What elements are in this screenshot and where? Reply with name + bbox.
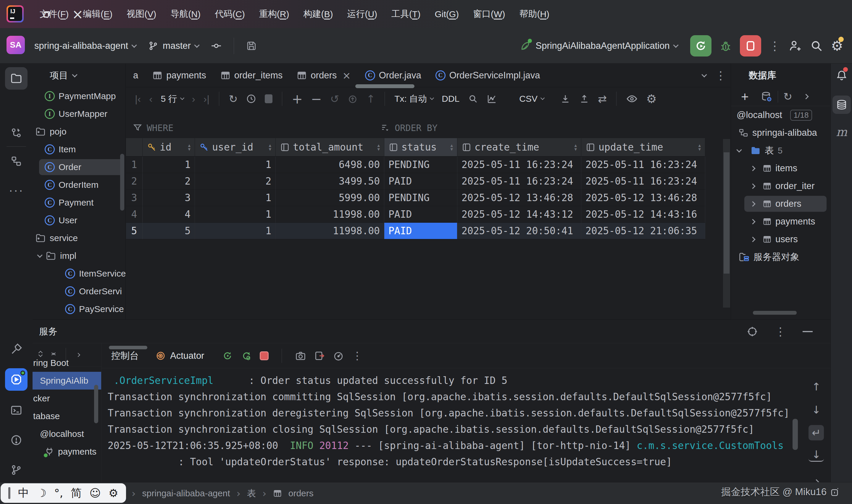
chevron-right-icon[interactable]: [750, 201, 755, 206]
debug-button[interactable]: [719, 39, 732, 52]
cell-total_amount[interactable]: 11998.00: [276, 223, 384, 239]
delete-row-button[interactable]: −: [311, 91, 322, 107]
row-number[interactable]: 2: [126, 173, 143, 190]
cell-total_amount[interactable]: 6498.00: [276, 157, 384, 173]
endpoints-gauge-button[interactable]: [333, 350, 344, 361]
user-avatar[interactable]: SA: [6, 36, 25, 54]
menu-item-U[interactable]: 运行(U): [340, 0, 384, 28]
chevron-right-icon[interactable]: [750, 237, 755, 242]
next-page-button[interactable]: ›: [192, 93, 195, 105]
ddl-button[interactable]: DDL: [442, 94, 459, 104]
submit-button[interactable]: [347, 93, 358, 104]
sort-arrows-icon[interactable]: ▴▾: [574, 143, 577, 151]
pause-query-button[interactable]: [265, 94, 272, 103]
service-item-ring Boot[interactable]: ring Boot: [33, 354, 101, 372]
grid-settings-gear-button[interactable]: ⚙: [646, 92, 657, 106]
rerun-debug-button[interactable]: [241, 350, 252, 361]
db-host-row[interactable]: @localhost 1/18: [731, 106, 830, 124]
project-scrollbar-thumb[interactable]: [120, 154, 124, 211]
cell-id[interactable]: 5: [143, 223, 195, 239]
notifications-bell-button[interactable]: [833, 66, 851, 84]
more-actions-kebab[interactable]: ⋮: [769, 39, 781, 53]
chevron-down-icon[interactable]: [37, 252, 42, 258]
column-header-user_id[interactable]: user_id▴▾: [195, 138, 276, 157]
project-tree-item-PayService[interactable]: CPayService: [33, 300, 125, 318]
service-item-tabase[interactable]: tabase: [33, 407, 101, 425]
breadcrumb-springai-alibaba-agent[interactable]: springai-alibaba-agent: [142, 488, 230, 498]
run-configuration-selector[interactable]: SpringAiAlibabaAgentApplication: [515, 36, 682, 56]
tab-a[interactable]: a: [126, 64, 145, 87]
compare-button[interactable]: ⇄: [598, 93, 607, 105]
ime-item-4[interactable]: ☺: [89, 487, 101, 500]
order-by-clause-field[interactable]: ORDER BY: [395, 123, 437, 133]
menu-item-W[interactable]: 窗口(W): [466, 0, 512, 28]
service-item-cker[interactable]: cker: [33, 390, 101, 407]
rerun-button[interactable]: [690, 35, 711, 56]
cell-update_time[interactable]: 2025-05-12 13:46:28: [581, 190, 705, 206]
cell-update_time[interactable]: 2025-05-12 14:43:16: [581, 206, 705, 223]
ime-toolbar[interactable]: 中☽°,简☺⚙: [1, 483, 126, 503]
where-clause-field[interactable]: WHERE: [147, 123, 174, 133]
cell-create_time[interactable]: 2025-05-12 13:46:28: [457, 190, 581, 206]
menu-item-F[interactable]: 文件(F): [33, 0, 76, 28]
branch-selector[interactable]: master: [143, 36, 203, 56]
revert-changes-button[interactable]: ↺: [330, 93, 339, 105]
settings-gear-icon[interactable]: ⚙: [831, 38, 843, 54]
db-table-items[interactable]: items: [731, 159, 830, 177]
database-tool-button[interactable]: [833, 95, 851, 114]
cell-user_id[interactable]: 2: [195, 173, 276, 190]
crosshair-icon[interactable]: [746, 326, 758, 338]
cell-total_amount[interactable]: 3499.50: [276, 173, 384, 190]
transaction-mode-selector[interactable]: Tx: 自动: [394, 93, 433, 105]
service-item-@localhost[interactable]: @localhost: [33, 425, 101, 443]
commit-push-button[interactable]: ↑: [366, 93, 375, 105]
scroll-to-end-icon[interactable]: ↓: [809, 448, 824, 462]
cell-total_amount[interactable]: 5999.00: [276, 190, 384, 206]
breadcrumb-orders[interactable]: orders: [288, 488, 313, 498]
view-options-eye-button[interactable]: [626, 93, 638, 105]
project-tree-item-OrderItem[interactable]: COrderItem: [33, 176, 125, 194]
cell-id[interactable]: 2: [143, 173, 195, 190]
ime-item-5[interactable]: ⚙: [109, 487, 118, 500]
query-history-button[interactable]: [246, 93, 256, 104]
column-header-update_time[interactable]: update_time▴▾: [581, 138, 705, 157]
tab-actuator[interactable]: Actuator: [155, 350, 204, 361]
tab-options-kebab[interactable]: ⋮: [715, 69, 726, 82]
version-control-tool-button[interactable]: [5, 459, 28, 481]
last-page-button[interactable]: ›|: [203, 93, 210, 105]
cell-id[interactable]: 3: [143, 190, 195, 206]
pull-requests-tool-button[interactable]: [5, 122, 28, 144]
first-page-button[interactable]: |‹: [135, 93, 141, 105]
stop-button[interactable]: [740, 35, 761, 56]
chevron-right-icon[interactable]: [750, 183, 755, 189]
cell-update_time[interactable]: 2025-05-11 16:23:24: [581, 173, 705, 190]
page-size-selector[interactable]: 5 行: [161, 93, 183, 105]
build-tool-button[interactable]: [5, 338, 28, 361]
sort-arrows-icon[interactable]: ▴▾: [450, 143, 453, 151]
project-tree-item-Order[interactable]: COrder: [33, 158, 125, 176]
cell-create_time[interactable]: 2025-05-12 20:50:41: [457, 223, 581, 239]
problems-tool-button[interactable]: [5, 429, 28, 451]
maven-tool-button[interactable]: m: [833, 123, 851, 141]
cell-user_id[interactable]: 1: [195, 157, 276, 173]
cell-status[interactable]: PENDING: [384, 157, 457, 173]
stop-console-button[interactable]: [260, 352, 269, 360]
import-upload-button[interactable]: [579, 93, 590, 104]
row-number[interactable]: 4: [126, 206, 143, 223]
tab-console[interactable]: 控制台: [111, 349, 139, 362]
services-tool-button[interactable]: [5, 368, 28, 391]
cell-total_amount[interactable]: 11998.00: [276, 206, 384, 223]
cell-status[interactable]: PENDING: [384, 190, 457, 206]
service-item-payments[interactable]: payments: [33, 443, 101, 461]
chevron-right-icon[interactable]: [750, 219, 755, 224]
cell-status[interactable]: PAID: [384, 223, 457, 239]
chart-button[interactable]: [487, 93, 497, 104]
column-header-status[interactable]: status▴▾: [384, 138, 457, 157]
thread-dump-camera-button[interactable]: [295, 350, 306, 361]
db-table-payments[interactable]: payments: [731, 213, 830, 230]
more-tools-button[interactable]: ···: [5, 179, 28, 201]
menu-item-R[interactable]: 重构(R): [252, 0, 296, 28]
db-schema-row[interactable]: springai-alibaba: [731, 124, 830, 142]
scroll-up-icon[interactable]: ↑: [809, 379, 824, 394]
menu-item-V[interactable]: 视图(V): [120, 0, 163, 28]
